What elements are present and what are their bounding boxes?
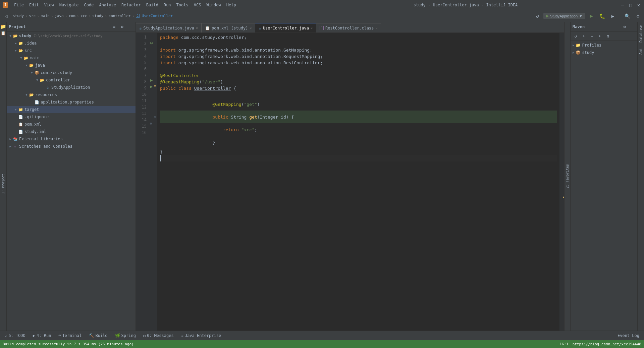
tree-item-target[interactable]: ▶ 📁 target [7,106,136,113]
tree-item-pomxml[interactable]: ▶ 📋 pom.xml [7,121,136,128]
menu-vcs[interactable]: VCS [192,2,203,8]
ant-tab[interactable]: Ant [638,45,644,57]
database-tab[interactable]: Database [638,22,644,45]
gutter-run-12[interactable]: ▶ [150,84,153,89]
tree-item-src[interactable]: ▼ 📂 src [7,47,136,54]
study-label: study [582,50,594,55]
bottom-tab-messages[interactable]: ✉ 0: Messages [140,332,177,340]
project-scope-button[interactable]: ≡ [111,23,117,30]
menu-analyze[interactable]: Analyze [97,2,118,8]
project-settings-button[interactable]: ⚙ [119,23,125,30]
maven-execute-button[interactable]: m [604,32,611,40]
tree-item-studyapp[interactable]: ▶ ☕ StudyApplication [7,84,136,91]
maximize-button[interactable]: □ [628,2,633,8]
tree-item-package[interactable]: ▼ 📦 com.xcc.study [7,69,136,76]
search-button[interactable]: 🔍 [623,11,632,21]
bottom-tab-eventlog[interactable]: Event Log [614,332,643,340]
tree-item-resources[interactable]: ▼ 📂 resources [7,91,136,98]
run-label: 4: Run [37,333,51,338]
menu-tools[interactable]: Tools [174,2,191,8]
menu-run[interactable]: Run [162,2,173,8]
menu-build[interactable]: Build [144,2,160,8]
minimize-button[interactable]: ─ [620,2,625,8]
code-content[interactable]: package com.xcc.study.controller; import… [157,33,559,331]
bottom-tab-javaee[interactable]: ☕ Java Enterprise [178,332,225,340]
gutter-run-9[interactable]: ▶ [150,77,153,83]
project-collapse-button[interactable]: — [127,23,133,30]
menu-file[interactable]: File [12,2,26,8]
resources-folder-icon: 📂 [29,92,34,97]
project-icon[interactable]: 📁 [0,23,6,29]
menu-code[interactable]: Code [82,2,96,8]
maven-download-button[interactable]: ⬇ [596,32,603,40]
bottom-tab-run[interactable]: ▶ 4: Run [30,332,55,340]
coverage-button[interactable]: ▶ [608,11,618,21]
debug-button[interactable]: 🐛 [597,11,607,21]
menu-navigate[interactable]: Navigate [57,2,81,8]
tree-item-root[interactable]: ▼ 📂 study C:\sckj\work\project-self\stud… [7,32,136,40]
window-controls: ─ □ ✕ [620,2,641,8]
run-button[interactable]: ▶ [587,11,596,21]
tree-item-controller[interactable]: ▼ 📂 controller [7,76,136,84]
tree-item-main[interactable]: ▼ 📂 main [7,54,136,62]
resources-label: resources [35,92,57,97]
maven-settings-button[interactable]: ⚙ [621,23,628,30]
tab-studyapp-close[interactable]: ✕ [196,26,198,30]
toolbar-refresh-button[interactable]: ↺ [533,11,542,21]
status-url[interactable]: https://blog.csdn.net/xcc194448 [573,342,641,346]
tree-item-java[interactable]: ▼ 📂 java [7,62,136,69]
tab-usercontroller-close[interactable]: ✕ [311,26,313,30]
bottom-tab-build[interactable]: 🔨 Build [86,332,111,340]
tree-item-scratches[interactable]: ▶ ✏ Scratches and Consoles [7,143,136,150]
maven-refresh-button[interactable]: ↺ [572,32,579,40]
favorites-label[interactable]: 2: Favorites [566,163,569,190]
project-tree: ▼ 📂 study C:\sckj\work\project-self\stud… [7,31,136,331]
menu-refactor[interactable]: Refactor [119,2,143,8]
bottom-tab-todo[interactable]: ☑ 6: TODO [1,332,29,340]
maven-item-study[interactable]: ▶ 📦 study [571,49,637,56]
tab-pomxml-close[interactable]: ✕ [250,26,252,30]
bottom-tab-terminal[interactable]: ⌨ Terminal [55,332,85,340]
tab-usercontroller[interactable]: ☕ UserController.java ✕ [255,23,316,32]
structure-vertical-tab[interactable]: 1: Project [1,174,5,194]
tree-item-gitignore[interactable]: ▶ 📄 .gitignore [7,113,136,121]
toolbar-back-button[interactable]: ◁ [1,11,11,21]
tree-item-extlibs[interactable]: ▶ 📚 External Libraries [7,135,136,143]
bottom-tab-spring[interactable]: 🌿 Spring [112,332,139,340]
maven-add-button[interactable]: + [580,32,587,40]
src-label: src [24,48,32,53]
code-line-3: import org.springframework.web.bind.anno… [160,47,557,53]
code-line-13: return "xcc"; [160,123,557,136]
title-bar: I File Edit View Navigate Code Analyze R… [0,0,644,10]
tab-restcontroller[interactable]: 🄲 RestController.class ✕ [316,23,381,32]
close-button[interactable]: ✕ [636,2,641,8]
study-icon: 📦 [576,50,581,55]
menu-window[interactable]: Window [204,2,223,8]
extlibs-arrow: ▶ [8,137,13,141]
maven-remove-button[interactable]: − [588,32,595,40]
gutter-fold-3[interactable]: ⊙ [150,40,153,46]
extlibs-icon: 📚 [13,136,18,142]
maven-item-profiles[interactable]: ▶ 📁 Profiles [571,42,637,49]
scratches-arrow: ▶ [8,144,13,149]
settings-button[interactable]: ⚙ [633,11,643,21]
profiles-icon: 📁 [576,43,581,48]
menu-view[interactable]: View [42,2,56,8]
structure-icon[interactable]: 📋 [0,30,6,36]
code-editor[interactable]: 1 2 3 4 5 6 7 8 9 10 11 12 13 14 15 16 [136,33,564,331]
tree-item-idea[interactable]: ▶ 📁 .idea [7,40,136,47]
tree-item-studyiml[interactable]: ▶ 📄 study.iml [7,128,136,135]
gutter-fold-15[interactable]: ⊖ [150,122,152,125]
tab-restcontroller-close[interactable]: ✕ [375,26,377,30]
tab-studyapp[interactable]: ☕ StudyApplication.java ✕ [136,23,202,32]
menu-edit[interactable]: Edit [27,2,41,8]
editor-scrollbar[interactable] [559,33,564,331]
menu-help[interactable]: Help [224,2,238,8]
code-line-2 [160,41,557,47]
maven-collapse-button[interactable]: — [629,23,635,30]
run-config-selector[interactable]: ▶ StudyApplication ▼ [543,13,585,19]
tree-item-appprops[interactable]: ▶ 📄 application.properties [7,98,136,106]
gutter-fold-14[interactable]: ⊖ [154,115,156,119]
tab-pomxml[interactable]: 📋 pom.xml (study) ✕ [202,23,255,32]
gutter-fold-12[interactable]: ⊖ [154,84,156,87]
